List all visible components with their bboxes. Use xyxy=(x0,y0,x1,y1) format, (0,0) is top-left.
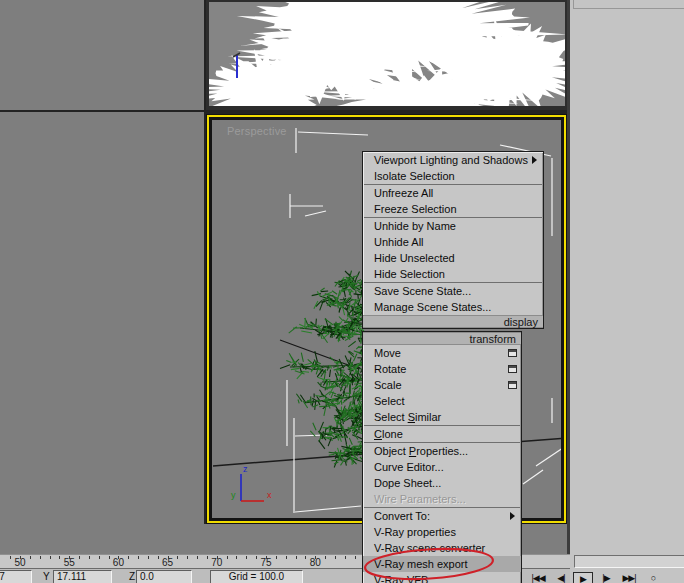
menu-item-save-scene-state[interactable]: Save Scene State... xyxy=(363,283,543,299)
y-axis-label: y xyxy=(231,490,236,500)
menu-item-unfreeze-all[interactable]: Unfreeze All xyxy=(363,185,543,201)
settings-box-icon[interactable] xyxy=(508,349,517,357)
quad-transform: transformMoveRotateScaleSelectSelect Sim… xyxy=(362,331,522,583)
menu-item-label: Object Properties... xyxy=(374,445,468,457)
frame-tick xyxy=(286,556,287,559)
menu-item-label: V-Ray properties xyxy=(374,526,456,538)
x-axis-label: x xyxy=(267,490,272,500)
menu-item-wire-parameters[interactable]: Wire Parameters... xyxy=(363,491,521,507)
world-axis-gizmo: z y x xyxy=(231,464,272,501)
menu-item-label: Dope Sheet... xyxy=(374,477,441,489)
frame-tick xyxy=(109,556,110,559)
menu-item-label: Scale xyxy=(374,379,402,391)
viewport-label[interactable]: Perspective xyxy=(227,125,287,137)
frame-tick xyxy=(50,556,51,559)
menu-item-label: Save Scene State... xyxy=(374,285,471,297)
menu-item-v-ray-vfb[interactable]: V-Ray VFB xyxy=(363,572,521,583)
submenu-arrow-icon xyxy=(510,512,515,520)
play-animation-button[interactable]: ▶ xyxy=(573,572,593,583)
quad-title-display[interactable]: display xyxy=(363,315,543,328)
menu-item-label: Manage Scene States... xyxy=(374,301,491,313)
menu-item-label: Viewport Lighting and Shadows xyxy=(374,154,528,166)
top-viewport[interactable] xyxy=(206,0,568,110)
menu-item-label: Rotate xyxy=(374,363,406,375)
submenu-arrow-icon xyxy=(532,156,537,164)
menu-item-label: Select xyxy=(374,395,405,407)
menu-item-select[interactable]: Select xyxy=(363,393,521,409)
frame-tick xyxy=(69,556,70,559)
frame-tick xyxy=(40,556,41,559)
previous-frame-button[interactable]: ◀| xyxy=(553,572,569,583)
y-coordinate-field[interactable]: 17.111 xyxy=(53,570,112,583)
settings-box-icon[interactable] xyxy=(508,365,517,373)
menu-item-v-ray-properties[interactable]: V-Ray properties xyxy=(363,524,521,540)
menu-item-label: Move xyxy=(374,347,401,359)
z-axis-label: z xyxy=(243,464,248,474)
zoom-tool-button[interactable]: ○ xyxy=(646,572,660,583)
menu-item-object-properties[interactable]: Object Properties... xyxy=(363,443,521,459)
frame-tick xyxy=(30,556,31,559)
menu-item-v-ray-mesh-export[interactable]: V-Ray mesh export xyxy=(363,556,521,572)
next-frame-button[interactable]: |▶ xyxy=(598,572,614,583)
frame-tick xyxy=(227,556,228,559)
menu-item-hide-selection[interactable]: Hide Selection xyxy=(363,266,543,282)
quad-menu: Viewport Lighting and ShadowsIsolate Sel… xyxy=(362,151,544,583)
menu-item-manage-scene-states[interactable]: Manage Scene States... xyxy=(363,299,543,315)
menu-item-unhide-all[interactable]: Unhide All xyxy=(363,234,543,250)
frame-tick xyxy=(128,556,129,559)
frame-tick xyxy=(10,556,11,559)
frame-tick xyxy=(187,556,188,559)
quad-title-transform[interactable]: transform xyxy=(363,332,521,345)
menu-item-label: Unfreeze All xyxy=(374,187,433,199)
menu-item-rotate[interactable]: Rotate xyxy=(363,361,521,377)
settings-box-icon[interactable] xyxy=(508,381,517,389)
frame-tick xyxy=(217,556,218,559)
frame-tick xyxy=(236,556,237,559)
menu-item-freeze-selection[interactable]: Freeze Selection xyxy=(363,201,543,217)
menu-item-move[interactable]: Move xyxy=(363,345,521,361)
tree-silhouette xyxy=(209,2,565,106)
menu-item-label: V-Ray scene converter xyxy=(374,542,485,554)
x-coordinate-field[interactable]: 7 xyxy=(0,570,32,583)
go-to-end-button[interactable]: ▶▶| xyxy=(617,572,641,583)
frame-tick xyxy=(296,556,297,559)
quad-display: Viewport Lighting and ShadowsIsolate Sel… xyxy=(362,151,544,329)
menu-item-label: Freeze Selection xyxy=(374,203,457,215)
grid-size-readout: Grid = 100.0 xyxy=(210,570,303,583)
frame-tick xyxy=(256,556,257,559)
frame-tick xyxy=(89,556,90,559)
menu-item-hide-unselected[interactable]: Hide Unselected xyxy=(363,250,543,266)
frame-tick xyxy=(197,556,198,559)
frame-tick xyxy=(79,556,80,559)
menu-item-viewport-lighting-and-shadows[interactable]: Viewport Lighting and Shadows xyxy=(363,152,543,168)
menu-item-clone[interactable]: Clone xyxy=(363,426,521,442)
menu-item-v-ray-scene-converter[interactable]: V-Ray scene converter xyxy=(363,540,521,556)
frame-tick xyxy=(355,556,356,559)
frame-tick xyxy=(207,556,208,559)
frame-tick xyxy=(305,556,306,559)
menu-item-dope-sheet[interactable]: Dope Sheet... xyxy=(363,475,521,491)
panel-line xyxy=(574,8,684,9)
left-viewport[interactable] xyxy=(0,0,204,554)
menu-item-convert-to[interactable]: Convert To: xyxy=(363,508,521,524)
menu-item-label: Unhide by Name xyxy=(374,220,456,232)
frame-tick xyxy=(276,556,277,559)
menu-item-isolate-selection[interactable]: Isolate Selection xyxy=(363,168,543,184)
time-tag-box[interactable] xyxy=(574,555,684,568)
menu-item-label: Unhide All xyxy=(374,236,424,248)
frame-tick xyxy=(148,556,149,559)
top-viewport-canvas[interactable] xyxy=(209,2,565,106)
frame-tick xyxy=(138,556,139,559)
menu-item-scale[interactable]: Scale xyxy=(363,377,521,393)
frame-tick xyxy=(158,556,159,559)
z-coordinate-field[interactable]: 0.0 xyxy=(136,570,192,583)
menu-item-label: Hide Selection xyxy=(374,268,445,280)
menu-item-label: Wire Parameters... xyxy=(374,493,466,505)
menu-item-unhide-by-name[interactable]: Unhide by Name xyxy=(363,218,543,234)
z-coordinate-label: Z xyxy=(129,571,135,582)
frame-tick xyxy=(325,556,326,559)
menu-item-select-similar[interactable]: Select Similar xyxy=(363,409,521,425)
frame-tick xyxy=(335,556,336,559)
menu-item-label: V-Ray VFB xyxy=(374,574,428,583)
menu-item-curve-editor[interactable]: Curve Editor... xyxy=(363,459,521,475)
